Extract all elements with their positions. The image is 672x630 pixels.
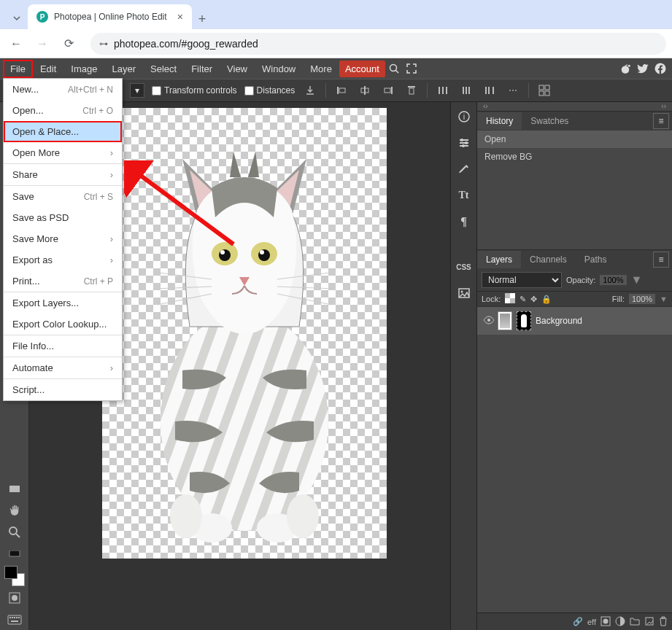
back-button[interactable]: ← [6,34,26,54]
menu-filter[interactable]: Filter [184,60,220,78]
channels-tab[interactable]: Channels [521,251,576,268]
file-info[interactable]: File Info... [4,335,122,357]
more-align-icon[interactable]: ⋯ [505,82,521,98]
menu-account[interactable]: Account [339,61,385,77]
layer-mask-add-icon[interactable] [600,616,611,628]
reload-button[interactable]: ⟳ [58,34,79,54]
file-print[interactable]: Print...Ctrl + P [4,271,122,292]
history-panel: History Swatches ≡ Open Remove BG [477,111,672,249]
forward-button[interactable]: → [32,34,53,54]
file-open[interactable]: Open...Ctrl + O [4,100,122,121]
menu-file[interactable]: File [3,60,33,78]
align-left-icon[interactable] [333,82,349,98]
layer-thumbnail[interactable] [498,311,512,330]
layer-visibility-icon[interactable] [483,316,493,326]
distances-checkbox[interactable]: Distances [244,85,296,96]
browser-tab[interactable]: P Photopea | Online Photo Edit × [28,4,192,29]
adjustment-layer-icon[interactable] [615,616,625,628]
menu-window[interactable]: Window [255,60,303,78]
zoom-tool-icon[interactable] [4,522,25,542]
history-tab[interactable]: History [477,112,522,130]
file-share[interactable]: Share› [4,164,122,185]
new-tab-button[interactable]: + [192,9,212,29]
facebook-icon[interactable] [652,60,669,77]
align-center-h-icon[interactable] [357,82,373,98]
search-icon[interactable] [385,60,403,77]
menu-select[interactable]: Select [143,60,184,78]
file-automate[interactable]: Automate› [4,357,122,378]
site-info-icon[interactable]: ⊶ [99,39,108,49]
file-new[interactable]: New...Alt+Ctrl + N [4,79,122,100]
reddit-icon[interactable] [617,60,634,77]
properties-panel-icon[interactable] [454,133,474,153]
brush-panel-icon[interactable] [454,159,474,179]
lock-brush-icon[interactable]: ✎ [520,295,526,304]
menu-edit[interactable]: Edit [33,60,63,78]
link-layers-icon[interactable]: 🔗 [573,617,583,626]
layers-tab[interactable]: Layers [477,251,521,268]
blend-mode-select[interactable]: Normal [482,272,562,288]
distribute-center-icon[interactable] [458,82,474,98]
file-save-more[interactable]: Save More› [4,228,122,249]
menu-layer[interactable]: Layer [105,60,144,78]
info-panel-icon[interactable]: i [454,106,474,127]
history-item[interactable]: Open [477,131,672,148]
history-panel-menu-icon[interactable]: ≡ [653,113,669,129]
auto-select-dropdown[interactable]: ▾ [130,83,144,98]
delete-layer-icon[interactable] [659,616,668,628]
paragraph-panel-icon[interactable]: ¶ [454,211,474,232]
align-top-icon[interactable] [403,82,420,98]
svg-rect-32 [9,617,11,618]
new-layer-icon[interactable] [644,616,654,628]
file-open-and-place[interactable]: Open & Place... [4,121,122,142]
layer-effects-icon[interactable]: eff [587,618,596,626]
file-export-as[interactable]: Export as› [4,249,122,271]
download-icon[interactable] [302,82,318,98]
grid-icon[interactable] [536,82,552,98]
transform-controls-checkbox[interactable]: Transform controls [152,85,237,96]
fill-dropdown-icon[interactable]: ▼ [660,295,668,303]
image-panel-icon[interactable] [454,283,474,303]
file-export-color-lookup[interactable]: Export Color Lookup... [4,314,122,335]
close-tab-icon[interactable]: × [177,11,183,23]
distribute-right-icon[interactable] [482,82,498,98]
distribute-left-icon[interactable] [435,82,451,98]
css-panel-icon[interactable]: CSS [454,257,474,277]
submenu-arrow-icon: › [110,362,113,373]
fullscreen-icon[interactable] [403,60,420,77]
twitter-icon[interactable] [634,60,652,77]
opacity-dropdown-icon[interactable]: ▼ [631,273,643,287]
tab-list-button[interactable] [6,7,28,29]
history-item[interactable]: Remove BG [477,148,672,166]
menu-more[interactable]: More [303,60,339,78]
lock-move-icon[interactable]: ✥ [530,295,537,304]
color-picker-icon[interactable] [4,544,25,564]
layer-mask-thumbnail[interactable] [517,311,531,330]
character-panel-icon[interactable]: Tt [454,185,474,206]
menu-view[interactable]: View [220,60,255,78]
menu-image[interactable]: Image [63,60,104,78]
file-save[interactable]: SaveCtrl + S [4,186,122,207]
fill-value[interactable]: 100% [629,294,655,304]
paths-tab[interactable]: Paths [576,251,616,268]
quickmask-icon[interactable] [4,588,25,608]
lock-all-icon[interactable]: 🔒 [541,295,552,304]
rectangle-tool-icon[interactable] [4,478,25,499]
color-swatches[interactable] [4,566,25,586]
canvas[interactable] [102,108,387,559]
hand-tool-icon[interactable] [4,500,25,521]
file-save-psd[interactable]: Save as PSD [4,207,122,228]
lock-transparency-icon[interactable] [505,293,515,305]
file-script[interactable]: Script... [4,379,122,400]
layer-folder-icon[interactable] [630,617,640,627]
file-open-more[interactable]: Open More› [4,142,122,163]
layer-row[interactable]: Background [477,306,672,335]
opacity-value[interactable]: 100% [600,275,626,285]
layer-name[interactable]: Background [536,316,582,326]
file-export-layers[interactable]: Export Layers... [4,292,122,314]
align-right-icon[interactable] [380,82,396,98]
layers-panel-menu-icon[interactable]: ≡ [653,252,669,268]
address-bar[interactable]: ⊶ photopea.com/#goog_rewarded [90,33,666,55]
swatches-tab[interactable]: Swatches [522,112,577,130]
keyboard-icon[interactable] [4,610,25,630]
